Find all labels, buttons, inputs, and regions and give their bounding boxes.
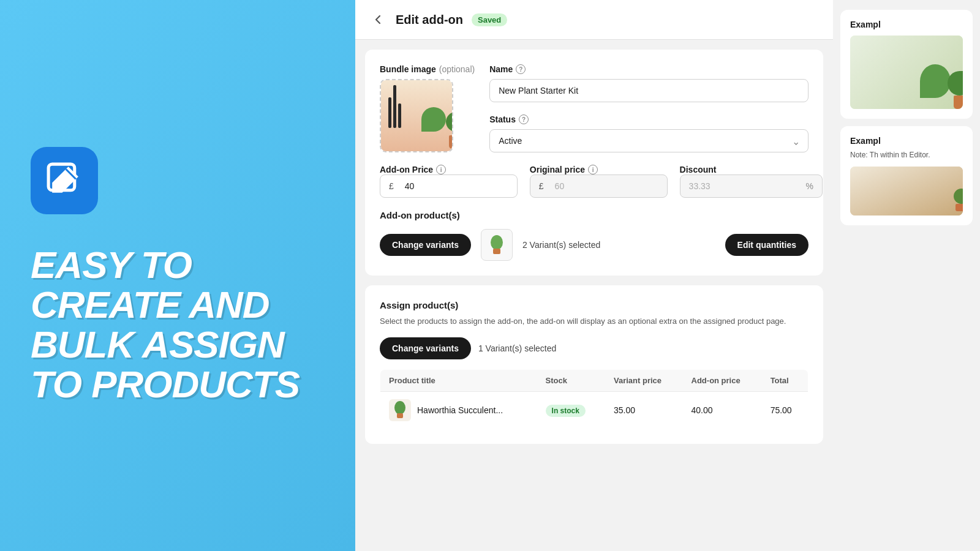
edit-quantities-button[interactable]: Edit quantities bbox=[725, 234, 809, 256]
back-button[interactable] bbox=[370, 11, 387, 28]
col-product-title: Product title bbox=[380, 369, 537, 391]
table-row: Haworthia Succulent... In stock 35.00 40… bbox=[380, 391, 809, 429]
variants-selected-text: 2 Variant(s) selected bbox=[522, 240, 600, 250]
price-row: Add-on Price i £ Original price i bbox=[380, 165, 809, 198]
status-select-wrapper: Active Inactive bbox=[489, 129, 809, 152]
panel-header: Edit add-on Saved bbox=[355, 0, 833, 40]
main-details-card: Bundle image (optional) bbox=[365, 50, 823, 276]
assign-change-variants-button[interactable]: Change variants bbox=[380, 337, 471, 359]
image-upload-box[interactable] bbox=[380, 79, 453, 152]
status-select[interactable]: Active Inactive bbox=[489, 129, 809, 152]
product-name: Haworthia Succulent... bbox=[417, 405, 503, 415]
right-panel: Edit add-on Saved Bundle image (optional… bbox=[355, 0, 980, 551]
original-currency-symbol: £ bbox=[530, 175, 550, 197]
addon-price-input[interactable] bbox=[400, 175, 517, 197]
products-table: Product title Stock Variant price Add-on… bbox=[380, 369, 809, 429]
original-price-input[interactable] bbox=[550, 175, 667, 197]
name-input[interactable] bbox=[489, 79, 809, 102]
svg-rect-5 bbox=[397, 413, 403, 418]
col-total: Total bbox=[762, 369, 809, 391]
assign-variants-row: Change variants 1 Variant(s) selected bbox=[380, 337, 809, 359]
hero-text: EASY TO CREATE AND BULK ASSIGN TO PRODUC… bbox=[31, 245, 325, 404]
table-cell-variant-price: 35.00 bbox=[605, 391, 683, 429]
addon-price-group: Add-on Price i £ bbox=[380, 165, 518, 198]
table-cell-name: Haworthia Succulent... bbox=[380, 391, 537, 429]
preview-title-1: Exampl bbox=[850, 20, 963, 29]
bundle-image-label: Bundle image (optional) bbox=[380, 64, 475, 74]
in-stock-badge: In stock bbox=[546, 405, 586, 417]
preview-note-title: Exampl bbox=[850, 136, 963, 146]
original-price-info-icon[interactable]: i bbox=[588, 165, 598, 174]
name-info-icon[interactable]: ? bbox=[516, 64, 526, 74]
assign-variants-selected: 1 Variant(s) selected bbox=[478, 343, 556, 353]
bundle-image-group: Bundle image (optional) bbox=[380, 64, 475, 152]
preview-sidebar: Exampl Exampl Note: Th within th Editor. bbox=[833, 0, 980, 551]
preview-image-2 bbox=[850, 167, 963, 216]
preview-note-card: Exampl Note: Th within th Editor. bbox=[840, 126, 973, 225]
table-cell-stock: In stock bbox=[537, 391, 605, 429]
change-variants-button[interactable]: Change variants bbox=[380, 234, 471, 256]
table-cell-total: 75.00 bbox=[762, 391, 809, 429]
svg-rect-3 bbox=[493, 249, 500, 254]
addon-variants-row: Change variants 2 Variant(s) selected Ed… bbox=[380, 229, 809, 261]
svg-point-4 bbox=[394, 401, 405, 414]
edit-icon bbox=[45, 160, 85, 200]
table-header-row: Product title Stock Variant price Add-on… bbox=[380, 369, 809, 391]
bundle-image-preview bbox=[381, 80, 452, 151]
app-icon bbox=[31, 147, 98, 214]
addon-price-input-wrapper: £ bbox=[380, 174, 518, 198]
preview-plant-image bbox=[850, 36, 963, 109]
product-row-thumbnail bbox=[389, 399, 411, 421]
panel-content: Bundle image (optional) bbox=[355, 40, 833, 551]
discount-label: Discount bbox=[680, 165, 823, 174]
original-price-label: Original price i bbox=[530, 165, 668, 174]
addon-products-label: Add-on product(s) bbox=[380, 210, 809, 220]
preview-note-text: Note: Th within th Editor. bbox=[850, 149, 963, 160]
col-variant-price: Variant price bbox=[605, 369, 683, 391]
percent-symbol: % bbox=[801, 175, 822, 197]
addon-price-label: Add-on Price i bbox=[380, 165, 518, 174]
image-name-row: Bundle image (optional) bbox=[380, 64, 809, 152]
original-price-group: Original price i £ bbox=[530, 165, 668, 198]
col-addon-price: Add-on price bbox=[683, 369, 762, 391]
succulent-icon bbox=[391, 400, 409, 420]
original-price-input-wrapper: £ bbox=[530, 174, 668, 198]
preview-card-1: Exampl bbox=[840, 10, 973, 119]
left-panel: EASY TO CREATE AND BULK ASSIGN TO PRODUC… bbox=[0, 0, 355, 551]
pot-icon bbox=[488, 235, 505, 255]
addon-price-info-icon[interactable]: i bbox=[436, 165, 446, 174]
assign-products-card: Assign product(s) Select the products to… bbox=[365, 285, 823, 444]
assign-products-title: Assign product(s) bbox=[380, 300, 809, 310]
status-label: Status ? bbox=[489, 114, 809, 124]
assign-products-description: Select the products to assign the add-on… bbox=[380, 315, 809, 328]
discount-input-wrapper: % bbox=[680, 174, 823, 198]
col-stock: Stock bbox=[537, 369, 605, 391]
edit-panel: Edit add-on Saved Bundle image (optional… bbox=[355, 0, 833, 551]
product-thumbnail-1 bbox=[481, 229, 513, 261]
discount-input bbox=[680, 175, 801, 197]
name-label: Name ? bbox=[489, 64, 809, 74]
status-info-icon[interactable]: ? bbox=[519, 114, 529, 124]
page-title: Edit add-on bbox=[396, 13, 463, 27]
addon-currency-symbol: £ bbox=[380, 175, 400, 197]
svg-point-2 bbox=[491, 235, 503, 250]
saved-badge: Saved bbox=[472, 13, 507, 26]
table-cell-addon-price: 40.00 bbox=[683, 391, 762, 429]
discount-group: Discount % bbox=[680, 165, 823, 198]
name-status-group: Name ? Status ? Active Inactive bbox=[489, 64, 809, 152]
product-row-name: Haworthia Succulent... bbox=[389, 399, 529, 421]
